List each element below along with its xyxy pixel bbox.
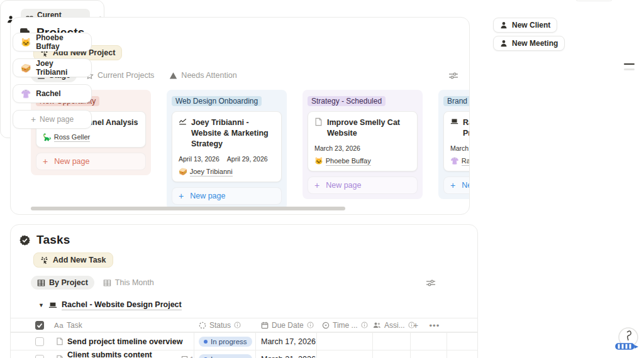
plus-icon: + bbox=[43, 157, 48, 166]
column-header-assignee[interactable]: Assi... bbox=[373, 321, 411, 330]
tasks-title: Tasks bbox=[36, 233, 70, 247]
tasks-table: Aa Task Status Due Date bbox=[11, 318, 477, 358]
minimize-line-icon bbox=[624, 68, 635, 70]
status-badge[interactable]: In progress bbox=[199, 354, 252, 358]
person-mention[interactable]: 🦕 Ross Geller bbox=[43, 133, 90, 142]
column-badge: Strategy - Scheduled bbox=[308, 96, 386, 106]
sandwich-emoji-icon: 🥪 bbox=[179, 168, 187, 176]
plus-icon: + bbox=[31, 115, 36, 124]
person-mention[interactable]: 👚 Rac bbox=[450, 157, 470, 166]
page-icon bbox=[314, 117, 323, 139]
client-card-rachel[interactable]: 👚 Rachel bbox=[13, 84, 92, 103]
laptop-icon bbox=[48, 301, 57, 310]
new-page-button[interactable]: + New page bbox=[13, 110, 92, 129]
project-card[interactable]: Ra Pr March 1 👚 Rac bbox=[443, 111, 470, 171]
time-cell[interactable] bbox=[317, 333, 373, 350]
kanban-column-brand: Brand Ra Pr March 1 👚 Rac + Ne bbox=[438, 90, 470, 199]
status-dot bbox=[204, 340, 208, 344]
row-checkbox[interactable] bbox=[35, 337, 44, 346]
tab-this-month[interactable]: This Month bbox=[97, 276, 160, 290]
card-dates: March 1 bbox=[450, 144, 470, 152]
time-cell[interactable] bbox=[317, 350, 373, 358]
extra-cell[interactable] bbox=[411, 333, 447, 350]
new-meeting-button[interactable]: New Meeting bbox=[493, 36, 565, 51]
new-page-button[interactable]: + Ne bbox=[443, 176, 470, 194]
new-client-button[interactable]: New Client bbox=[493, 18, 557, 33]
collapse-caret-icon[interactable]: ▼ bbox=[38, 302, 44, 308]
column-header-task[interactable]: Aa Task bbox=[54, 321, 194, 330]
page-icon bbox=[56, 355, 64, 358]
tab-needs-attention[interactable]: Needs Attention bbox=[163, 68, 243, 82]
sandwich-emoji-icon: 🥪 bbox=[21, 63, 31, 73]
status-badge[interactable]: In progress bbox=[199, 337, 252, 347]
card-dates: April 13, 2026 April 29, 2026 bbox=[179, 155, 275, 163]
status-property-icon bbox=[199, 322, 206, 329]
info-icon[interactable] bbox=[307, 322, 314, 328]
minimize-line-icon bbox=[624, 63, 635, 65]
new-page-button[interactable]: + New page bbox=[36, 153, 146, 170]
kanban-column-web-design-onboarding: Web Design Onboarding Joey Tribianni - W… bbox=[167, 90, 287, 210]
view-settings-icon[interactable] bbox=[448, 72, 458, 80]
due-date-value[interactable]: March 17, 2026 bbox=[261, 337, 316, 346]
info-icon[interactable] bbox=[234, 322, 241, 328]
cat-emoji-icon: 🐱 bbox=[314, 157, 323, 165]
column-header-due-date[interactable]: Due Date bbox=[261, 321, 317, 330]
info-icon[interactable] bbox=[361, 322, 368, 328]
click-cursor-icon bbox=[40, 256, 48, 264]
table-icon bbox=[103, 279, 111, 287]
project-card[interactable]: Improve Smelly Cat Website March 23, 202… bbox=[308, 111, 418, 171]
calendar-icon bbox=[261, 322, 269, 329]
minimize-button[interactable] bbox=[624, 63, 635, 70]
page-icon bbox=[56, 337, 64, 345]
column-badge: Brand bbox=[443, 96, 470, 106]
select-all-checkbox[interactable] bbox=[35, 321, 44, 330]
comment-icon bbox=[181, 355, 188, 358]
tab-by-project[interactable]: By Project bbox=[31, 276, 94, 290]
warning-icon bbox=[169, 72, 177, 80]
assignee-cell[interactable] bbox=[373, 333, 411, 350]
person-icon bbox=[500, 40, 508, 47]
column-header-time[interactable]: Time ... bbox=[322, 321, 373, 330]
person-mention[interactable]: 🐱 Phoebe Buffay bbox=[314, 157, 371, 166]
table-icon bbox=[37, 279, 45, 287]
person-icon bbox=[500, 21, 508, 29]
table-options-button[interactable]: ••• bbox=[430, 321, 440, 330]
assignee-cell[interactable] bbox=[373, 350, 411, 358]
column-badge: Web Design Onboarding bbox=[172, 96, 262, 106]
add-column-button[interactable]: + bbox=[413, 320, 418, 330]
dinosaur-emoji-icon: 🦕 bbox=[43, 133, 52, 141]
kanban-column-strategy-scheduled: Strategy - Scheduled Improve Smelly Cat … bbox=[303, 90, 423, 199]
project-card[interactable]: Joey Tribianni - Website & Marketing Str… bbox=[172, 111, 282, 182]
comment-count[interactable]: 1 bbox=[181, 355, 194, 358]
plus-icon: + bbox=[450, 181, 455, 190]
plus-icon: + bbox=[179, 192, 184, 200]
laptop-icon bbox=[450, 117, 458, 139]
new-page-button[interactable]: + New page bbox=[172, 187, 282, 205]
client-card-joey[interactable]: 🥪 Joey Tribianni bbox=[13, 58, 92, 77]
extra-cell[interactable] bbox=[411, 350, 447, 358]
select-property-icon bbox=[322, 322, 330, 329]
person-mention[interactable]: 🥪 Joey Tribianni bbox=[179, 168, 233, 176]
due-date-value[interactable]: March 21, 2026 bbox=[261, 355, 316, 358]
cat-emoji-icon: 🐱 bbox=[21, 38, 31, 47]
tasks-check-icon bbox=[19, 235, 30, 246]
add-new-task-button[interactable]: Add New Task bbox=[33, 252, 113, 268]
people-icon bbox=[373, 322, 381, 329]
plus-icon: + bbox=[314, 181, 319, 190]
table-header-row: Aa Task Status Due Date bbox=[11, 318, 477, 332]
chart-icon bbox=[179, 117, 187, 149]
row-checkbox[interactable] bbox=[35, 355, 44, 358]
shirt-emoji-icon: 👚 bbox=[450, 157, 459, 165]
column-header-status[interactable]: Status bbox=[199, 321, 256, 330]
cutoff-element bbox=[575, 0, 613, 1]
card-dates: March 23, 2026 bbox=[314, 144, 411, 152]
kanban-board: New Opportunity Sales Funnel Analysis 🦕 … bbox=[31, 90, 469, 210]
table-row[interactable]: Send project timeline overview In progre… bbox=[11, 332, 477, 350]
client-card-phoebe[interactable]: 🐱 Phoebe Buffay bbox=[13, 33, 92, 52]
table-row[interactable]: Client submits content drafts 1 In progr… bbox=[11, 350, 477, 358]
horizontal-scrollbar[interactable] bbox=[31, 207, 345, 210]
new-page-button[interactable]: + New page bbox=[308, 176, 418, 194]
collaborator-cursor-avatar[interactable] bbox=[614, 326, 641, 354]
group-title[interactable]: Rachel - Website Design Project bbox=[62, 300, 182, 310]
view-settings-icon[interactable] bbox=[426, 279, 436, 288]
